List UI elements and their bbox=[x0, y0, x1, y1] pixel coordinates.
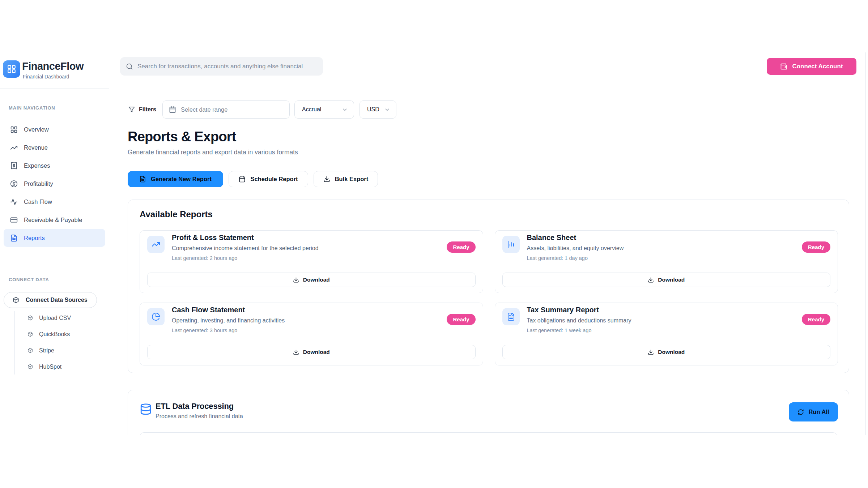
available-reports-panel: Available Reports Profit & Loss Statemen… bbox=[128, 200, 849, 373]
generate-new-report-button[interactable]: Generate New Report bbox=[128, 171, 223, 187]
credit-card-icon bbox=[10, 216, 18, 224]
brand-name: FinanceFlow bbox=[22, 60, 84, 72]
sidebar-item-label: Receivable & Payable bbox=[24, 217, 82, 223]
source-item-upload-csv[interactable]: Upload CSV bbox=[0, 310, 109, 326]
sidebar: FinanceFlow Financial Dashboard MAIN NAV… bbox=[0, 52, 109, 435]
accounting-method-select[interactable]: Accrual bbox=[294, 100, 354, 119]
box-icon bbox=[27, 315, 33, 321]
nav-section-label: MAIN NAVIGATION bbox=[9, 105, 55, 111]
source-item-label: Upload CSV bbox=[39, 315, 71, 321]
download-button[interactable]: Download bbox=[147, 273, 476, 287]
calendar-icon bbox=[239, 176, 246, 183]
report-last-generated: Last generated: 1 day ago bbox=[527, 255, 588, 261]
trending-up-icon bbox=[10, 144, 18, 151]
report-title: Balance Sheet bbox=[527, 234, 576, 242]
top-header: Connect Account bbox=[109, 52, 865, 80]
box-icon bbox=[27, 364, 33, 369]
etl-title: ETL Data Processing bbox=[156, 402, 234, 411]
available-reports-title: Available Reports bbox=[140, 209, 213, 219]
download-label: Download bbox=[303, 277, 330, 283]
connect-account-label: Connect Account bbox=[792, 63, 843, 70]
currency-select[interactable]: USD bbox=[359, 100, 396, 119]
run-all-button[interactable]: Run All bbox=[789, 402, 838, 421]
file-text-icon bbox=[10, 234, 18, 242]
download-button[interactable]: Download bbox=[502, 273, 831, 287]
sidebar-item-label: Reports bbox=[24, 235, 45, 241]
status-badge: Ready bbox=[447, 314, 475, 325]
sidebar-item-label: Overview bbox=[24, 126, 49, 133]
report-description: Comprehensive income statement for the s… bbox=[172, 245, 319, 252]
etl-subtitle: Process and refresh financial data bbox=[156, 413, 243, 420]
connect-account-button[interactable]: Connect Account bbox=[767, 58, 856, 75]
date-range-input[interactable] bbox=[181, 106, 283, 113]
brand-tagline: Financial Dashboard bbox=[23, 74, 69, 80]
receipt-icon bbox=[10, 162, 18, 170]
download-label: Download bbox=[658, 277, 685, 283]
box-icon bbox=[13, 297, 19, 303]
report-description: Operating, investing, and financing acti… bbox=[172, 317, 285, 324]
search-input[interactable] bbox=[137, 63, 317, 70]
source-item-hubspot[interactable]: HubSpot bbox=[0, 359, 109, 375]
report-title: Cash Flow Statement bbox=[172, 306, 245, 314]
brand-block: FinanceFlow Financial Dashboard bbox=[0, 52, 109, 89]
chevron-down-icon bbox=[384, 107, 390, 113]
download-button[interactable]: Download bbox=[147, 345, 476, 359]
report-title: Profit & Loss Statement bbox=[172, 234, 254, 242]
sidebar-item-label: Revenue bbox=[24, 144, 48, 151]
sidebar-item-cash-flow[interactable]: Cash Flow bbox=[0, 193, 109, 211]
accounting-method-value: Accrual bbox=[302, 106, 321, 113]
sidebar-item-receivable-payable[interactable]: Receivable & Payable bbox=[0, 211, 109, 229]
page-title: Reports & Export bbox=[128, 129, 236, 145]
connect-data-sources-button[interactable]: Connect Data Sources bbox=[4, 292, 97, 308]
report-last-generated: Last generated: 2 hours ago bbox=[172, 255, 237, 261]
schedule-report-button[interactable]: Schedule Report bbox=[229, 171, 308, 187]
download-icon bbox=[648, 349, 654, 355]
status-badge: Ready bbox=[802, 314, 830, 325]
report-card-profit-loss: Profit & Loss Statement Comprehensive in… bbox=[140, 230, 483, 293]
global-search[interactable] bbox=[120, 57, 323, 76]
date-range-picker[interactable] bbox=[162, 100, 290, 119]
funnel-icon bbox=[128, 106, 135, 113]
main-navigation: Overview Revenue Expenses Profitability … bbox=[0, 120, 109, 247]
connect-data-sources-label: Connect Data Sources bbox=[26, 297, 88, 303]
page-subtitle: Generate financial reports and export da… bbox=[128, 149, 298, 156]
sidebar-item-revenue[interactable]: Revenue bbox=[0, 138, 109, 157]
status-badge: Ready bbox=[447, 241, 475, 253]
file-text-icon bbox=[139, 176, 146, 183]
download-label: Download bbox=[658, 349, 685, 355]
bulk-export-button[interactable]: Bulk Export bbox=[314, 171, 378, 187]
source-item-label: Stripe bbox=[39, 347, 54, 354]
dollar-circle-icon bbox=[10, 180, 18, 188]
report-last-generated: Last generated: 1 week ago bbox=[527, 328, 592, 333]
download-label: Download bbox=[303, 349, 330, 355]
source-item-quickbooks[interactable]: QuickBooks bbox=[0, 326, 109, 342]
bulk-export-label: Bulk Export bbox=[335, 176, 369, 183]
download-button[interactable]: Download bbox=[502, 345, 831, 359]
grid-icon bbox=[10, 126, 18, 133]
refresh-icon bbox=[797, 409, 804, 415]
etl-panel: ETL Data Processing Process and refresh … bbox=[128, 390, 849, 435]
file-text-icon bbox=[502, 308, 520, 325]
sidebar-item-profitability[interactable]: Profitability bbox=[0, 175, 109, 193]
status-badge: Ready bbox=[802, 241, 830, 253]
source-item-label: QuickBooks bbox=[39, 331, 70, 338]
chevron-down-icon bbox=[342, 107, 348, 113]
bar-chart-icon bbox=[502, 236, 520, 253]
sidebar-item-reports[interactable]: Reports bbox=[4, 229, 105, 247]
filters-label: Filters bbox=[128, 100, 156, 119]
data-sources-list: Upload CSV QuickBooks Stripe HubSpot bbox=[0, 310, 109, 375]
connect-section-label: CONNECT DATA bbox=[9, 277, 49, 282]
report-description: Tax obligations and deductions summary bbox=[527, 317, 631, 324]
reports-grid: Profit & Loss Statement Comprehensive in… bbox=[140, 230, 838, 365]
sidebar-item-overview[interactable]: Overview bbox=[0, 120, 109, 138]
trending-up-icon bbox=[147, 236, 165, 253]
app-window: FinanceFlow Financial Dashboard MAIN NAV… bbox=[0, 52, 866, 435]
source-item-stripe[interactable]: Stripe bbox=[0, 342, 109, 359]
report-card-cash-flow: Cash Flow Statement Operating, investing… bbox=[140, 303, 483, 365]
report-last-generated: Last generated: 3 hours ago bbox=[172, 328, 237, 333]
box-icon bbox=[27, 331, 33, 337]
sidebar-item-expenses[interactable]: Expenses bbox=[0, 157, 109, 175]
wallet-icon bbox=[780, 63, 787, 70]
search-icon bbox=[126, 63, 133, 70]
brand-logo-icon bbox=[3, 60, 20, 78]
